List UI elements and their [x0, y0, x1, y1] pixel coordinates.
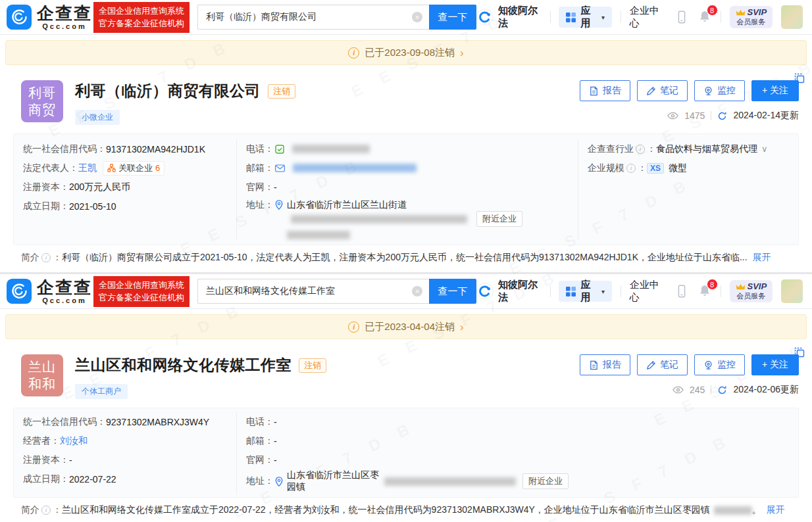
email-row: 邮箱： - [246, 431, 569, 450]
divider [711, 385, 711, 394]
user-avatar[interactable] [781, 5, 803, 29]
org-chart-icon [107, 164, 116, 172]
company-header: 兰山 和和 兰山区和和网络文化传媒工作室 注销 个体工商户 报告 [0, 354, 812, 399]
refresh-icon[interactable] [717, 111, 727, 121]
mobile-app-button[interactable] [674, 284, 689, 298]
note-button[interactable]: 笔记 [637, 80, 688, 101]
caret-down-icon: ▾ [601, 14, 605, 21]
phone-blurred-value [292, 145, 370, 153]
chevron-down-icon[interactable]: ∨ [761, 144, 768, 154]
clear-search-icon[interactable]: × [412, 286, 422, 297]
divider [721, 11, 721, 23]
location-pin-icon [275, 200, 283, 210]
brand-title: 企查查 [37, 279, 92, 296]
est-date-row: 成立日期： 2022-07-22 [23, 469, 227, 488]
divider [550, 11, 551, 23]
email-blurred-value [293, 164, 417, 172]
intro-row: 简介 i ： 兰山区和和网络文化传媒工作室成立于2022-07-22，经营者为刘… [0, 498, 812, 521]
address-text: 山东省临沂市兰山区枣园镇 [287, 469, 380, 493]
legal-rep-row: 法定代表人： 王凯 关联企业 6 [23, 158, 227, 178]
monitor-button[interactable]: 监控 [694, 80, 745, 101]
section-company-2: 企查查 Qcc.com 全国企业信用查询系统 官方备案企业征信机构 × 查一下 … [0, 274, 812, 522]
company-card: 利哥 商贸 利哥（临沂）商贸有限公司 注销 小微企业 报告 [0, 70, 812, 272]
deregistered-notice-banner[interactable]: i 已于2023-09-08注销 › [5, 40, 807, 65]
email-row: 邮箱： [246, 158, 569, 178]
enterprise-center-link[interactable]: 企业中心 [630, 279, 666, 304]
zhibi-alfa-link[interactable]: 知彼阿尔法 [476, 279, 542, 304]
navbar-right: 知彼阿尔法 应用 ▾ 企业中心 8 [476, 5, 803, 30]
nearby-companies-button[interactable]: 附近企业 [522, 473, 569, 489]
phone-row: 电话： - [246, 412, 569, 431]
brand-name: 企查查 Qcc.com [37, 279, 92, 304]
search-button[interactable]: 查一下 [429, 279, 476, 304]
address-row: 地址： 山东省临沂市兰山区兰山街道 附近企业 [246, 197, 569, 239]
nearby-companies-button[interactable]: 附近企业 [476, 211, 522, 227]
operator-row: 经营者： 刘汝和 [23, 431, 227, 450]
address-text: 山东省临沂市兰山区兰山街道 [287, 199, 407, 210]
mobile-app-button[interactable] [674, 10, 689, 24]
clear-search-icon[interactable]: × [412, 12, 422, 22]
search-input[interactable] [197, 5, 429, 30]
expand-link[interactable]: 展开 [753, 252, 771, 264]
crown-icon [736, 9, 746, 16]
divider [550, 285, 551, 297]
apps-menu[interactable]: 应用 ▾ [559, 281, 611, 302]
scale-value: 微型 [669, 162, 687, 174]
follow-button[interactable]: + 关注 [751, 80, 799, 101]
address-blur-1 [291, 215, 467, 224]
location-pin-icon [275, 477, 283, 486]
user-avatar[interactable] [781, 279, 803, 303]
card-corner-icon[interactable] [794, 72, 805, 84]
expand-link[interactable]: 展开 [767, 504, 785, 516]
note-button[interactable]: 笔记 [637, 354, 688, 375]
report-button[interactable]: 报告 [580, 354, 630, 375]
phone-icon [674, 10, 689, 24]
apps-grid-icon [566, 287, 576, 297]
qcc-logo[interactable]: 企查查 Qcc.com [7, 279, 92, 304]
apps-menu[interactable]: 应用 ▾ [559, 7, 611, 28]
cert-line1: 全国企业信用查询系统 [99, 5, 184, 18]
notification-count-badge: 8 [707, 5, 718, 16]
report-button[interactable]: 报告 [580, 80, 630, 101]
company-tag[interactable]: 小微企业 [75, 110, 120, 125]
email-value: - [274, 436, 277, 446]
crown-icon [736, 283, 746, 291]
related-companies-badge[interactable]: 关联企业 6 [103, 161, 165, 176]
notifications-button[interactable]: 8 [698, 284, 712, 298]
webcam-icon [703, 86, 713, 96]
phone-check-icon [275, 145, 284, 154]
report-doc-icon [589, 360, 599, 370]
info-icon: i [348, 321, 359, 333]
pencil-icon [646, 86, 656, 96]
credit-code-row: 统一社会信用代码： 92371302MABRXJ3W4Y [23, 412, 227, 431]
svip-membership-button[interactable]: SVIP 会员服务 [730, 280, 773, 302]
search-button[interactable]: 查一下 [429, 5, 476, 30]
operator-link[interactable]: 刘汝和 [60, 435, 88, 447]
enterprise-center-link[interactable]: 企业中心 [630, 5, 666, 30]
company-tag[interactable]: 个体工商户 [75, 384, 128, 399]
zhibi-alfa-link[interactable]: 知彼阿尔法 [476, 5, 542, 30]
address-value-block: 山东省临沂市兰山区兰山街道 附近企业 [287, 199, 569, 239]
notifications-button[interactable]: 8 [698, 10, 712, 24]
refresh-icon[interactable] [717, 385, 727, 395]
brand-domain: Qcc.com [42, 297, 86, 304]
reg-capital-value: 200万元人民币 [69, 181, 130, 193]
qcc-logo-icon [7, 279, 32, 304]
reg-capital-row: 注册资本： 200万元人民币 [23, 178, 227, 197]
views-eye-icon [667, 112, 678, 120]
follow-button[interactable]: + 关注 [751, 354, 799, 375]
est-date-value: 2021-05-10 [69, 201, 116, 212]
legal-rep-link[interactable]: 王凯 [78, 162, 97, 174]
website-row: 官网： - [246, 450, 569, 469]
monitor-button[interactable]: 监控 [694, 354, 745, 375]
card-corner-icon[interactable] [794, 346, 805, 358]
deregistered-notice-banner[interactable]: i 已于2023-04-04注销 › [5, 314, 807, 339]
apps-grid-icon [566, 12, 576, 22]
industry-row: 企查查行业 i ： 食品饮料与烟草贸易代理 ∨ [588, 139, 789, 158]
search-input[interactable] [197, 279, 429, 304]
svip-membership-button[interactable]: SVIP 会员服务 [730, 6, 773, 28]
qcc-logo[interactable]: 企查查 Qcc.com [7, 5, 92, 30]
cert-badge: 全国企业信用查询系统 官方备案企业征信机构 [93, 276, 190, 307]
notice-text: 已于2023-04-04注销 [365, 321, 455, 333]
views-count: 245 [690, 385, 705, 395]
